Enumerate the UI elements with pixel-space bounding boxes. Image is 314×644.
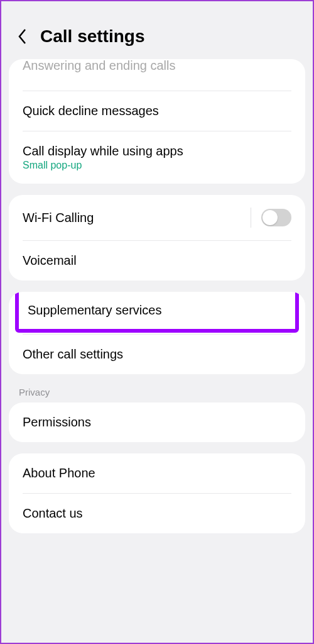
page-title: Call settings <box>40 26 144 47</box>
section-call-options: Answering and ending calls Quick decline… <box>9 59 305 184</box>
toggle-separator <box>251 208 251 228</box>
item-call-display[interactable]: Call display while using apps Small pop-… <box>9 131 305 184</box>
item-label: Quick decline messages <box>23 104 291 118</box>
item-supplementary-services[interactable]: Supplementary services <box>19 292 295 329</box>
item-label: Contact us <box>23 506 291 521</box>
highlight-supplementary: Supplementary services <box>15 292 299 333</box>
item-label: About Phone <box>23 466 291 480</box>
item-subtitle: Small pop-up <box>23 160 291 171</box>
back-icon[interactable] <box>16 30 29 43</box>
header: Call settings <box>1 1 313 59</box>
section-header-privacy: Privacy <box>1 386 313 402</box>
section-services: Supplementary services Other call settin… <box>9 292 305 374</box>
item-quick-decline[interactable]: Quick decline messages <box>9 91 305 131</box>
item-label: Answering and ending calls <box>23 59 291 73</box>
toggle-knob <box>263 210 278 225</box>
item-voicemail[interactable]: Voicemail <box>9 241 305 280</box>
item-permissions[interactable]: Permissions <box>9 402 305 442</box>
item-label: Supplementary services <box>28 303 286 318</box>
item-label: Voicemail <box>23 253 291 268</box>
item-answering-ending[interactable]: Answering and ending calls <box>9 59 305 91</box>
item-contact-us[interactable]: Contact us <box>9 494 305 533</box>
item-other-call-settings[interactable]: Other call settings <box>9 335 305 374</box>
section-privacy: Permissions <box>9 402 305 442</box>
toggle-wrap <box>251 208 291 228</box>
item-label: Wi-Fi Calling <box>23 211 94 225</box>
item-label: Call display while using apps <box>23 144 291 158</box>
item-label: Permissions <box>23 415 291 430</box>
section-about: About Phone Contact us <box>9 453 305 533</box>
wifi-calling-toggle[interactable] <box>261 209 291 226</box>
item-wifi-calling[interactable]: Wi-Fi Calling <box>9 195 305 240</box>
item-label: Other call settings <box>23 347 291 362</box>
item-about-phone[interactable]: About Phone <box>9 453 305 493</box>
section-calling-features: Wi-Fi Calling Voicemail <box>9 195 305 280</box>
